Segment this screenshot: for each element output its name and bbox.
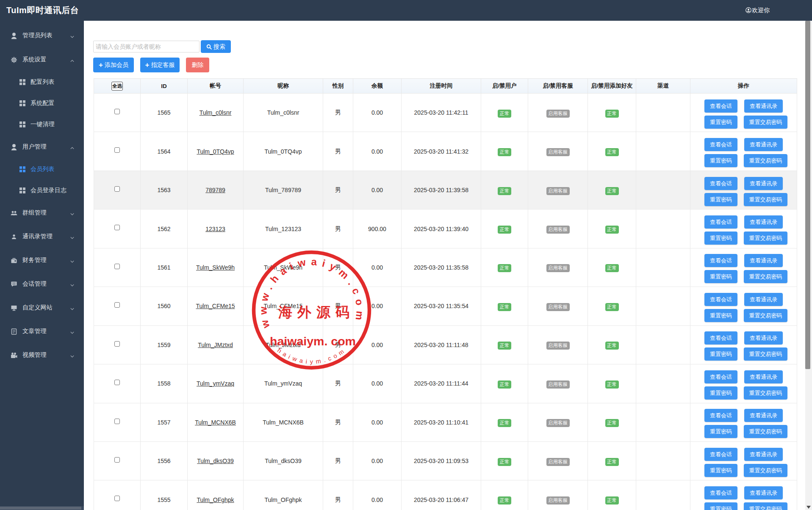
svg-text:haiwaiym. com: haiwaiym. com	[270, 335, 356, 348]
svg-text:海外源码: 海外源码	[278, 305, 355, 320]
